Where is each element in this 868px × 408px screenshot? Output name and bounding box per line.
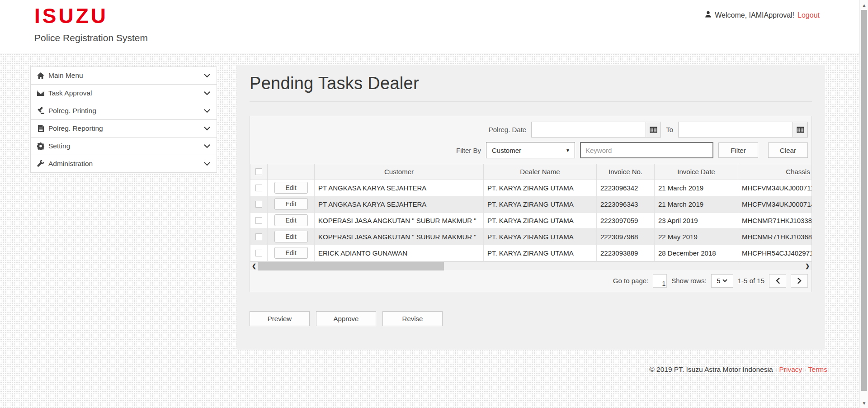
edit-button[interactable]: Edit bbox=[274, 182, 308, 194]
edit-button[interactable]: Edit bbox=[274, 198, 308, 210]
select-all-cell bbox=[250, 164, 268, 180]
caret-down-icon: ▼ bbox=[566, 148, 570, 153]
sidebar-item-setting[interactable]: Setting bbox=[30, 137, 217, 155]
revise-button[interactable]: Revise bbox=[382, 311, 443, 326]
invoice-no-cell: 2223097059 bbox=[597, 212, 655, 228]
scrollbar-thumb[interactable] bbox=[861, 10, 867, 391]
dealer-cell: PT. KARYA ZIRANG UTAMA bbox=[484, 196, 597, 212]
rows-per-page-select[interactable]: 5 bbox=[711, 274, 733, 288]
chassis-cell: MHCNMR71HKJ10368 bbox=[738, 228, 812, 245]
customer-cell: PT ANGKASA KARYA SEJAHTERA bbox=[315, 196, 484, 212]
table-row: Edit PT ANGKASA KARYA SEJAHTERA PT. KARY… bbox=[250, 196, 812, 212]
privacy-link[interactable]: Privacy bbox=[779, 365, 802, 373]
invoice-no-cell: 2223096342 bbox=[597, 180, 655, 196]
invoice-date-cell: 28 December 2018 bbox=[655, 245, 738, 261]
date-from-field bbox=[531, 122, 661, 138]
gear-icon bbox=[37, 142, 44, 150]
invoice-no-cell: 2223096343 bbox=[597, 196, 655, 212]
chassis-cell: MHCPHR54CJJ402971 bbox=[738, 245, 812, 261]
row-checkbox[interactable] bbox=[255, 217, 262, 224]
preview-button[interactable]: Preview bbox=[250, 311, 310, 326]
filter-by-selected-value: Customer bbox=[492, 147, 521, 154]
sidebar-item-administration[interactable]: Administration bbox=[30, 155, 217, 173]
sidebar-item-main-menu[interactable]: Main Menu bbox=[30, 66, 217, 85]
person-icon bbox=[705, 11, 712, 19]
chevron-down-icon bbox=[204, 74, 210, 78]
go-to-page-label: Go to page: bbox=[613, 277, 648, 285]
dealer-cell: PT. KARYA ZIRANG UTAMA bbox=[484, 245, 597, 261]
sidebar-item-label: Polreg. Reporting bbox=[48, 124, 103, 133]
rows-per-page-value: 5 bbox=[717, 277, 720, 285]
row-checkbox[interactable] bbox=[255, 250, 262, 256]
row-checkbox[interactable] bbox=[255, 185, 262, 191]
sidebar-item-label: Setting bbox=[48, 142, 70, 150]
invoice-date-cell: 21 March 2019 bbox=[655, 180, 738, 196]
row-checkbox[interactable] bbox=[255, 201, 262, 208]
invoice-no-cell: 2223093889 bbox=[597, 245, 655, 261]
title-divider bbox=[250, 101, 812, 102]
table-row: Edit KOPERASI JASA ANGKUTAN " SUBUR MAKM… bbox=[250, 228, 812, 245]
sidebar-item-task-approval[interactable]: Task Approval bbox=[30, 84, 217, 102]
chassis-cell: MHCFVM34UKJ000711 bbox=[738, 180, 812, 196]
sidebar-item-label: Polreg. Printing bbox=[48, 107, 96, 115]
logout-link[interactable]: Logout bbox=[797, 11, 820, 19]
scroll-down-icon[interactable]: ▼ bbox=[860, 399, 868, 407]
terms-link[interactable]: Terms bbox=[808, 365, 827, 373]
date-filter-row: Polreg. Date To bbox=[250, 116, 811, 140]
next-page-button[interactable] bbox=[791, 274, 808, 288]
select-all-checkbox[interactable] bbox=[255, 168, 262, 175]
chevron-down-icon bbox=[204, 91, 210, 95]
table-horizontal-scrollbar[interactable]: ❮ ❯ bbox=[250, 261, 811, 270]
sidebar-item-label: Administration bbox=[48, 160, 93, 168]
file-icon bbox=[37, 125, 44, 132]
calendar-icon[interactable] bbox=[646, 122, 660, 137]
table-header-row: Customer Dealer Name Invoice No. Invoice… bbox=[250, 164, 812, 180]
user-area: Welcome, IAMIApproval! Logout bbox=[705, 11, 820, 19]
to-label: To bbox=[666, 126, 673, 133]
envelope-icon bbox=[37, 90, 44, 97]
home-icon bbox=[37, 72, 44, 79]
customer-cell: KOPERASI JASA ANGKUTAN " SUBUR MAKMUR " bbox=[315, 212, 484, 228]
scroll-left-icon[interactable]: ❮ bbox=[250, 262, 258, 270]
table-row: Edit PT ANGKASA KARYA SEJAHTERA PT. KARY… bbox=[250, 180, 812, 196]
chevron-down-icon bbox=[204, 109, 210, 113]
row-checkbox[interactable] bbox=[255, 233, 262, 240]
clear-button[interactable]: Clear bbox=[768, 142, 808, 158]
screen: ▲ ▼ ISUZU Police Registration System Wel… bbox=[0, 0, 868, 408]
welcome-text: Welcome, IAMIApproval! bbox=[715, 11, 794, 19]
footer: © 2019 PT. Isuzu Astra Motor Indonesia ·… bbox=[649, 365, 827, 374]
date-from-input[interactable] bbox=[532, 122, 646, 137]
calendar-icon[interactable] bbox=[793, 122, 807, 137]
chassis-cell: MHCNMR71HKJ10338 bbox=[738, 212, 812, 228]
chevron-down-icon bbox=[204, 144, 210, 148]
edit-button[interactable]: Edit bbox=[274, 214, 308, 226]
sidebar-item-polreg-reporting[interactable]: Polreg. Reporting bbox=[30, 119, 217, 138]
filter-by-select[interactable]: Customer ▼ bbox=[486, 142, 575, 158]
sidebar: Main Menu Task Approval Polreg. Printing bbox=[30, 67, 217, 173]
page-number-input[interactable] bbox=[653, 274, 667, 288]
sidebar-item-label: Task Approval bbox=[48, 89, 92, 97]
show-rows-label: Show rows: bbox=[671, 277, 707, 285]
dealer-cell: PT. KARYA ZIRANG UTAMA bbox=[484, 212, 597, 228]
footer-separator: · bbox=[804, 365, 807, 373]
previous-page-button[interactable] bbox=[769, 274, 786, 288]
edit-button[interactable]: Edit bbox=[274, 231, 308, 242]
sidebar-item-polreg-printing[interactable]: Polreg. Printing bbox=[30, 102, 217, 120]
column-header-invoice-no: Invoice No. bbox=[597, 164, 655, 180]
edit-column-header bbox=[268, 164, 315, 180]
sidebar-item-label: Main Menu bbox=[48, 71, 83, 80]
filter-button[interactable]: Filter bbox=[718, 142, 758, 158]
column-header-dealer-name: Dealer Name bbox=[484, 164, 597, 180]
hscrollbar-thumb[interactable] bbox=[258, 262, 444, 270]
scroll-right-icon[interactable]: ❯ bbox=[803, 262, 811, 270]
approve-button[interactable]: Approve bbox=[316, 311, 376, 326]
scroll-up-icon[interactable]: ▲ bbox=[860, 1, 868, 9]
tasks-table: Customer Dealer Name Invoice No. Invoice… bbox=[250, 164, 811, 261]
keyword-input[interactable] bbox=[580, 142, 713, 158]
pagination-bar: Go to page: Show rows: 5 1-5 of 15 bbox=[250, 270, 811, 292]
date-to-input[interactable] bbox=[679, 122, 793, 137]
dealer-cell: PT. KARYA ZIRANG UTAMA bbox=[484, 228, 597, 245]
customer-cell: ERICK ADIANTO GUNAWAN bbox=[315, 245, 484, 261]
browser-scrollbar[interactable]: ▲ ▼ bbox=[859, 0, 868, 408]
edit-button[interactable]: Edit bbox=[274, 247, 308, 259]
